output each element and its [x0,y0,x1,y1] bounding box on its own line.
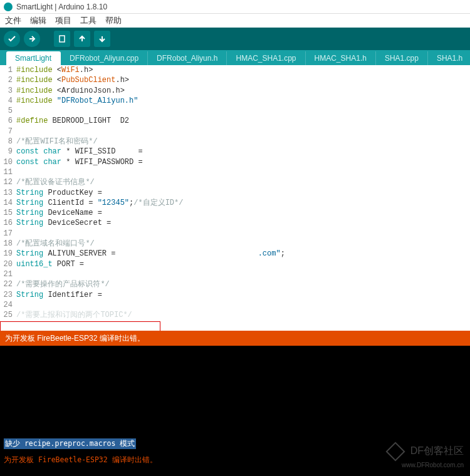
save-sketch-button[interactable] [94,31,110,47]
open-sketch-button[interactable] [74,31,90,47]
verify-button[interactable] [4,31,20,47]
file-icon [58,34,66,43]
tab-dfrobot-aliyun-h[interactable]: DFRobot_Aliyun.h [148,51,227,65]
dfrobot-logo-icon [386,442,405,461]
menu-bar: 文件 编辑 项目 工具 帮助 [0,14,470,28]
tab-bar: SmartLight DFRobot_Aliyun.cpp DFRobot_Al… [0,50,470,65]
new-sketch-button[interactable] [54,31,70,47]
status-text: 为开发板 FireBeetle-ESP32 编译时出错。 [5,334,145,343]
menu-help[interactable]: 帮助 [105,16,122,26]
code-editor[interactable]: 1#include <WiFi.h> 2#include <PubSubClie… [0,65,470,331]
window-title: SmartLight | Arduino 1.8.10 [16,3,107,11]
title-bar: SmartLight | Arduino 1.8.10 [0,0,470,14]
error-highlight-box [0,321,160,331]
tab-sha1-cpp[interactable]: SHA1.cpp [376,51,428,65]
console-warning-line: 缺少 recipe.preproc.macros 模式 [4,438,157,449]
menu-file[interactable]: 文件 [5,16,21,26]
tab-dfrobot-aliyun-cpp[interactable]: DFRobot_Aliyun.cpp [61,51,148,65]
menu-sketch[interactable]: 项目 [55,16,71,26]
arrow-up-icon [78,34,86,43]
svg-rect-0 [60,36,65,42]
menu-tools[interactable]: 工具 [80,16,97,26]
tab-smartlight[interactable]: SmartLight [6,51,61,65]
menu-edit[interactable]: 编辑 [30,16,46,26]
tab-hmac-sha1-cpp[interactable]: HMAC_SHA1.cpp [227,51,305,65]
arrow-down-icon [98,34,107,43]
upload-button[interactable] [24,31,40,47]
tab-hmac-sha1-h[interactable]: HMAC_SHA1.h [306,51,376,65]
arduino-logo-icon [4,3,13,11]
compile-status-bar: 为开发板 FireBeetle-ESP32 编译时出错。 [0,331,470,346]
tab-sha1-h[interactable]: SHA1.h [428,51,470,65]
output-console[interactable]: 缺少 recipe.preproc.macros 模式 为开发板 FireBee… [0,346,470,476]
console-error-line: 为开发板 FireBeetle-ESP32 编译时出错。 [4,455,157,465]
arrow-right-icon [28,34,36,43]
toolbar [0,28,470,50]
watermark: DF创客社区 www.DFRobot.com.cn [389,445,464,470]
check-icon [8,34,16,43]
